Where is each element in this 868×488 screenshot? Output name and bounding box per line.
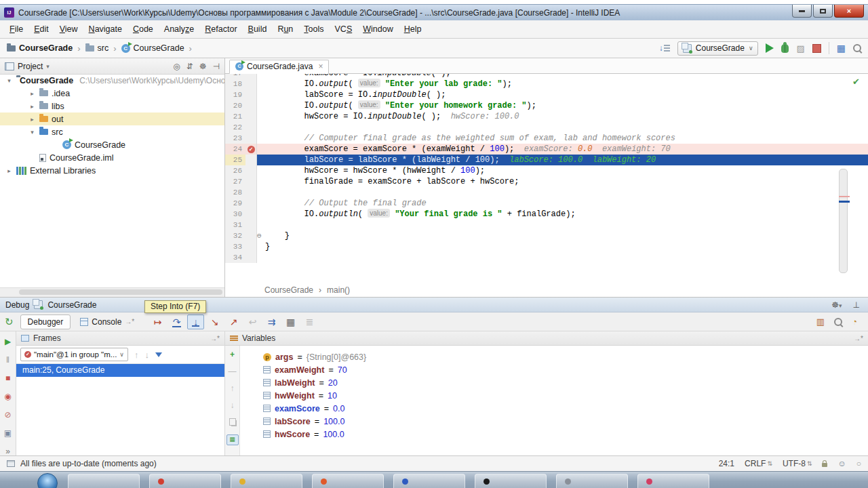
frame-row[interactable]: main:25, CourseGrade <box>16 364 224 377</box>
tab-debugger[interactable]: Debugger <box>20 314 71 329</box>
code-line[interactable]: 31 <box>225 220 868 230</box>
gear-icon[interactable]: ☸▾ <box>831 300 842 310</box>
move-down-icon[interactable]: ↓ <box>231 401 235 409</box>
menu-item-edit[interactable]: Edit <box>28 22 54 36</box>
gutter-icon-col[interactable] <box>245 100 257 111</box>
fold-icon[interactable]: ⊖ <box>257 230 262 241</box>
menu-item-refactor[interactable]: Refactor <box>199 22 242 36</box>
resume-icon[interactable]: ▶ <box>5 338 11 346</box>
gutter-icon-col[interactable] <box>245 198 257 209</box>
gutter-icon-col[interactable] <box>245 122 257 133</box>
variable-row[interactable]: examScore=0.0 <box>240 402 868 415</box>
code-line[interactable]: 30 IO.outputln( value: "Your final grade… <box>225 209 868 220</box>
hide-panel-icon[interactable]: ⊥ <box>853 300 860 310</box>
gear-icon[interactable]: ☸ <box>199 62 207 71</box>
collapse-all-icon[interactable]: ⇵ <box>186 62 193 71</box>
chevron-icon[interactable]: ▾ <box>28 129 36 136</box>
copy-icon[interactable] <box>229 418 236 426</box>
title-bar[interactable]: IJ CourseGrade [C:\Users\user\Work\Курсы… <box>0 4 868 20</box>
rerun-icon[interactable]: ↻ <box>5 316 14 328</box>
code-editor[interactable]: 17 examScore = IO.inputDouble( );18 IO.o… <box>225 74 868 283</box>
drop-frame-icon[interactable]: ↩ <box>244 314 261 329</box>
evaluate-expression-icon[interactable]: ▦ <box>282 314 299 329</box>
caret-position[interactable]: 24:1 <box>719 459 734 468</box>
menu-item-navigate[interactable]: Navigate <box>83 22 127 36</box>
variable-row[interactable]: hwScore=100.0 <box>240 428 868 441</box>
project-hscrollbar[interactable] <box>0 287 224 297</box>
chevron-icon[interactable]: ▸ <box>28 103 36 110</box>
variable-row[interactable]: pargs={String[0]@663} <box>240 350 868 363</box>
tree-item--idea[interactable]: ▸.idea <box>0 87 224 100</box>
project-header[interactable]: Project ▾ ◎ ⇵ ☸ ⊣ <box>0 58 224 75</box>
gutter-icon-col[interactable] <box>245 133 257 144</box>
editor-tab[interactable]: C CourseGrade.java × <box>229 60 329 74</box>
gutter-icon-col[interactable] <box>245 79 257 89</box>
breadcrumb-method[interactable]: main() <box>327 285 350 295</box>
code-line[interactable]: 23 // Computer final grade as the weight… <box>225 133 868 144</box>
breadcrumb-item[interactable]: CourseGrade <box>7 43 73 53</box>
memory-gauge-icon[interactable]: ◔ <box>852 317 857 327</box>
code-line[interactable]: 22 <box>225 122 868 133</box>
encoding-select[interactable]: UTF-8⇅ <box>783 459 812 468</box>
gutter-icon-col[interactable] <box>245 155 257 165</box>
locate-file-icon[interactable]: ◎ <box>173 62 180 71</box>
taskbar-button[interactable] <box>68 474 140 488</box>
gutter-icon-col[interactable] <box>245 220 257 230</box>
gutter-icon-col[interactable] <box>245 89 257 100</box>
view-breakpoints-icon[interactable]: ◉ <box>4 392 11 401</box>
taskbar-button[interactable] <box>312 474 384 488</box>
pause-icon[interactable]: ‖ <box>6 356 9 364</box>
menu-item-help[interactable]: Help <box>399 22 427 36</box>
mute-breakpoints-icon[interactable]: ⊘ <box>4 411 11 419</box>
variables-header[interactable]: Variables →* <box>225 331 868 346</box>
thread-dump-icon[interactable]: ▣ <box>4 429 12 437</box>
breakpoint-icon[interactable]: ✓ <box>248 146 255 153</box>
breadcrumb-item[interactable]: src <box>85 43 109 53</box>
tree-item-external-libraries[interactable]: ▸External Libraries <box>0 164 224 177</box>
taskbar-button[interactable] <box>393 474 465 488</box>
pin-icon[interactable]: →* <box>210 335 220 342</box>
taskbar-button[interactable] <box>149 474 221 488</box>
code-line[interactable]: 18 IO.output( value: "Enter your lab gra… <box>225 79 868 89</box>
close-tab-icon[interactable]: × <box>318 62 323 71</box>
chevron-down-icon[interactable]: ▾ <box>46 63 50 70</box>
gutter-icon-col[interactable] <box>245 165 257 176</box>
gutter-icon-col[interactable] <box>245 230 257 241</box>
tree-item-coursegrade-iml[interactable]: CourseGrade.iml <box>0 151 224 164</box>
code-line[interactable]: 21 hwScore = IO.inputDouble( ); hwScore:… <box>225 111 868 122</box>
hide-panel-icon[interactable]: ⊣ <box>213 62 220 71</box>
gutter-icon-col[interactable]: ✓ <box>245 144 257 155</box>
line-separator-select[interactable]: CRLF⇅ <box>745 459 772 468</box>
step-over-icon[interactable]: ↷ <box>168 314 185 329</box>
breadcrumb-item[interactable]: CCourseGrade <box>121 43 184 53</box>
code-line[interactable]: 34 <box>225 252 868 263</box>
tree-item-out[interactable]: ▸out <box>0 113 224 125</box>
code-line[interactable]: 17 examScore = IO.inputDouble( ); <box>225 74 868 79</box>
code-line[interactable]: 24✓ examScore = examScore * (examWeight … <box>225 144 868 155</box>
variable-row[interactable]: hwWeight=10 <box>240 389 868 402</box>
run-button[interactable] <box>766 43 774 53</box>
move-up-icon[interactable]: ↑ <box>231 384 235 392</box>
frames-header[interactable]: Frames →* <box>16 331 224 346</box>
chevron-icon[interactable]: ▸ <box>28 116 36 123</box>
lock-icon[interactable] <box>822 463 827 467</box>
variable-row[interactable]: labScore=100.0 <box>240 415 868 428</box>
stop-button[interactable] <box>812 44 821 53</box>
tree-item-coursegrade[interactable]: CCourseGrade <box>0 138 224 151</box>
show-watches-icon[interactable]: ▦ <box>226 434 239 445</box>
pin-icon[interactable]: →* <box>854 335 863 342</box>
gutter-icon-col[interactable] <box>245 241 257 252</box>
debug-header[interactable]: Debug CourseGrade ☸▾ ⊥ <box>0 298 868 312</box>
remove-watch-icon[interactable]: — <box>229 367 237 375</box>
code-line[interactable]: 29 // Output the final grade <box>225 198 868 209</box>
menu-item-vcs[interactable]: VCS <box>330 22 358 36</box>
event-log-icon[interactable]: ○ <box>856 459 861 468</box>
menu-item-view[interactable]: View <box>54 22 83 36</box>
new-watch-icon[interactable]: + <box>230 350 235 359</box>
tab-console[interactable]: Console →* <box>73 314 142 329</box>
run-configuration-select[interactable]: CourseGrade ∨ <box>677 41 759 56</box>
taskbar-button[interactable] <box>556 474 628 488</box>
error-stripe-breakpoint-mark[interactable] <box>839 196 850 197</box>
start-button[interactable] <box>37 473 58 488</box>
menu-item-analyze[interactable]: Analyze <box>159 22 199 36</box>
